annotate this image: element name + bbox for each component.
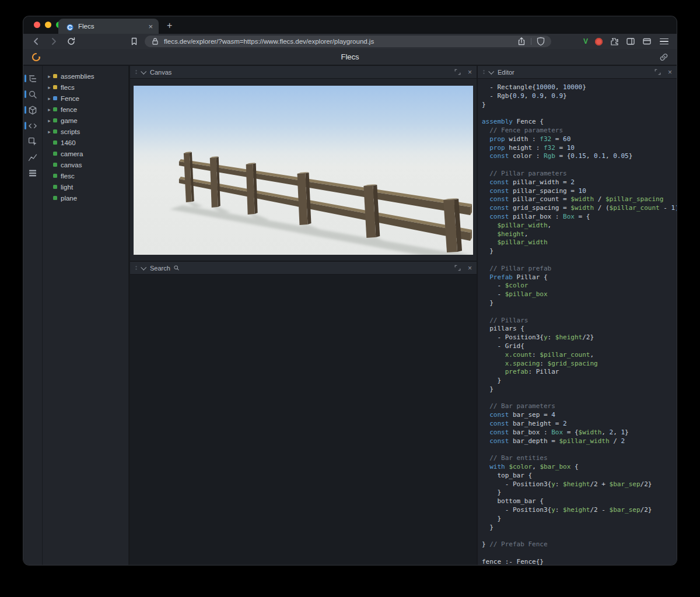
expand-panel-icon[interactable] [454, 265, 461, 271]
activity-inspect-button[interactable] [23, 134, 42, 149]
browser-window: Flecs × + flecs.dev/explorer/?wasm=https… [23, 16, 677, 565]
entity-kind-swatch [53, 129, 57, 134]
entity-kind-swatch [53, 196, 57, 200]
tree-item-plane[interactable]: plane [43, 192, 128, 203]
close-window-button[interactable] [34, 22, 40, 28]
expand-chevron-icon[interactable]: ▸ [46, 129, 52, 135]
new-tab-button[interactable]: + [167, 19, 172, 33]
code-line: const pillar_width = 2 [482, 178, 677, 187]
activity-bar [23, 66, 42, 565]
sidebar-toggle-icon[interactable] [626, 37, 635, 46]
close-panel-icon[interactable]: × [668, 69, 672, 76]
code-line: Prefab Pillar { [482, 273, 677, 282]
code-line: } [482, 377, 677, 385]
expand-chevron-icon[interactable]: ▸ [46, 118, 52, 124]
code-line: const pillar_count = $width / $pillar_sp… [482, 195, 677, 204]
tree-item-light[interactable]: light [43, 181, 128, 192]
activity-entity-tree-button[interactable] [23, 71, 42, 86]
activity-charts-button[interactable] [23, 149, 42, 165]
tree-item-label: scripts [61, 128, 80, 135]
code-line: const pillar_spacing = 10 [482, 187, 677, 196]
tree-item-label: canvas [61, 161, 82, 168]
expand-panel-icon[interactable] [454, 69, 461, 75]
red-extension-icon[interactable] [595, 38, 603, 45]
tree-item-canvas[interactable]: canvas [43, 159, 128, 170]
code-line: const bar_sep = 4 [482, 411, 677, 420]
forward-button[interactable] [49, 37, 58, 46]
editor-panel-header[interactable]: Editor × [478, 66, 677, 79]
code-line: fence :- Fence{} [482, 558, 677, 565]
bookmark-icon[interactable] [130, 37, 139, 46]
entity-kind-swatch [53, 107, 57, 111]
code-line: } [482, 385, 677, 394]
browser-tab[interactable]: Flecs × [58, 19, 159, 34]
expand-chevron-icon[interactable]: ▸ [46, 73, 52, 79]
drag-handle-icon[interactable] [482, 69, 485, 75]
brave-shield-icon[interactable] [536, 37, 545, 46]
extensions-puzzle-icon[interactable] [610, 37, 619, 46]
code-line: // Bar parameters [482, 402, 677, 411]
code-line: const color : Rgb = {0.15, 0.1, 0.05} [482, 152, 677, 161]
code-line: - Position3{y: $height/2} [482, 333, 677, 342]
v-extension-icon[interactable]: V [583, 37, 588, 45]
collapse-chevron-icon[interactable] [141, 265, 146, 271]
activity-code-editor-button[interactable] [23, 118, 42, 134]
stats-icon [28, 168, 37, 178]
canvas-panel-header[interactable]: Canvas × [130, 66, 477, 79]
entity-kind-swatch [53, 174, 57, 178]
expand-chevron-icon[interactable]: ▸ [46, 96, 52, 101]
activity-stats-button[interactable] [23, 165, 42, 181]
back-button[interactable] [32, 37, 41, 46]
drag-handle-icon[interactable] [135, 69, 138, 75]
tab-close-icon[interactable]: × [147, 23, 154, 30]
code-line: - Grid{ [482, 342, 677, 351]
code-line [482, 532, 677, 540]
entity-kind-swatch [53, 85, 57, 89]
tree-item-game[interactable]: ▸game [43, 115, 128, 126]
expand-chevron-icon[interactable]: ▸ [46, 85, 52, 90]
code-line: - $color [482, 282, 677, 290]
code-line: const bar_box : Box = {$width, 2, 1} [482, 429, 677, 437]
menu-icon[interactable] [660, 38, 668, 45]
canvas-panel-title: Canvas [150, 69, 172, 76]
wallet-icon[interactable] [642, 37, 652, 46]
tree-item-1460[interactable]: 1460 [43, 137, 128, 148]
tree-item-camera[interactable]: camera [43, 148, 128, 159]
app-header: Flecs [23, 49, 677, 65]
tree-item-Fence[interactable]: ▸Fence [43, 93, 128, 104]
code-area[interactable]: - Rectangle{10000, 10000} - Rgb{0.9, 0.9… [478, 79, 677, 565]
collapse-chevron-icon[interactable] [141, 69, 146, 75]
code-line: // Pillar prefab [482, 265, 677, 273]
code-line: // Pillars [482, 317, 677, 325]
entity-kind-swatch [53, 163, 57, 167]
canvas-3d-view[interactable] [134, 86, 473, 255]
search-panel-header[interactable]: Search × [130, 262, 477, 275]
tree-item-flecs[interactable]: ▸flecs [43, 82, 128, 93]
expand-chevron-icon[interactable]: ▸ [46, 107, 52, 113]
editor-column: Editor × - Rectangle{10000, 10000} - Rgb… [478, 66, 677, 565]
tree-item-scripts[interactable]: ▸scripts [43, 126, 128, 137]
tree-item-fence[interactable]: ▸fence [43, 104, 128, 115]
close-panel-icon[interactable]: × [468, 265, 472, 272]
code-line: const pillar_box : Box = { [482, 213, 677, 222]
entity-kind-swatch [53, 185, 57, 189]
code-line: // Fence parameters [482, 127, 677, 135]
activity-canvas-3d-button[interactable] [23, 102, 42, 118]
reload-button[interactable] [66, 37, 76, 46]
drag-handle-icon[interactable] [135, 265, 138, 271]
collapse-chevron-icon[interactable] [488, 69, 494, 75]
search-icon [28, 90, 37, 99]
extensions-area: V [583, 37, 652, 46]
center-column: Canvas × [130, 66, 477, 565]
share-icon[interactable] [517, 37, 526, 46]
activity-search-button[interactable] [23, 86, 42, 102]
page-title: Flecs [23, 52, 677, 61]
tree-item-flesc[interactable]: flesc [43, 170, 128, 181]
close-panel-icon[interactable]: × [468, 69, 472, 76]
address-bar[interactable]: flecs.dev/explorer/?wasm=https://www.fle… [145, 36, 551, 47]
expand-panel-icon[interactable] [654, 69, 661, 75]
tree-item-assemblies[interactable]: ▸assemblies [43, 71, 128, 82]
minimize-window-button[interactable] [45, 22, 51, 28]
tab-favicon-icon [66, 23, 74, 30]
entity-kind-swatch [53, 96, 57, 100]
